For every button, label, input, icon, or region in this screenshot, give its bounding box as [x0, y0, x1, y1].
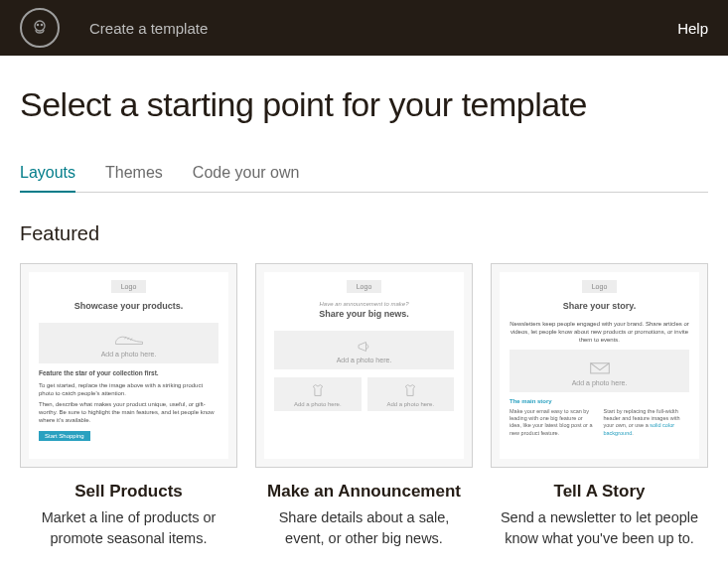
photo-placeholder: Add a photo here.: [367, 377, 455, 411]
thumb-heading: Share your big news.: [274, 309, 454, 319]
template-grid: Logo Showcase your products. Add a photo…: [20, 263, 708, 549]
tab-layouts[interactable]: Layouts: [20, 164, 75, 192]
template-card-tell-story[interactable]: Logo Share your story. Newsletters keep …: [491, 263, 708, 549]
tabs: Layouts Themes Code your own: [20, 164, 708, 193]
section-title: Featured: [20, 222, 708, 245]
mailchimp-logo-icon[interactable]: [20, 8, 60, 48]
logo-chip: Logo: [347, 280, 382, 293]
tab-code-your-own[interactable]: Code your own: [193, 164, 300, 192]
card-title: Sell Products: [20, 482, 237, 502]
tshirt-icon: [310, 383, 326, 397]
card-title: Make an Announcement: [255, 482, 473, 502]
logo-chip: Logo: [111, 280, 147, 293]
cta-chip: Start Shopping: [39, 431, 90, 441]
thumb-heading: Share your story.: [510, 301, 689, 311]
thumb-heading: Showcase your products.: [39, 301, 218, 311]
help-link[interactable]: Help: [677, 20, 708, 37]
tab-themes[interactable]: Themes: [105, 164, 163, 192]
logo-chip: Logo: [582, 280, 618, 293]
photo-placeholder: Add a photo here.: [510, 350, 689, 392]
megaphone-icon: [356, 341, 373, 353]
card-desc: Send a newsletter to let people know wha…: [491, 507, 708, 549]
envelope-icon: [589, 359, 611, 375]
shoe-icon: [114, 333, 144, 347]
template-thumb: Logo Showcase your products. Add a photo…: [20, 263, 237, 468]
topbar: Create a template Help: [0, 0, 728, 56]
card-desc: Share details about a sale, event, or ot…: [255, 507, 473, 549]
svg-point-2: [41, 24, 42, 25]
topbar-title: Create a template: [89, 20, 208, 37]
template-card-make-announcement[interactable]: Logo Have an announcement to make? Share…: [255, 263, 473, 549]
svg-point-0: [35, 21, 45, 31]
svg-point-1: [37, 24, 38, 25]
template-thumb: Logo Share your story. Newsletters keep …: [491, 263, 708, 468]
photo-placeholder: Add a photo here.: [39, 323, 218, 363]
page-title: Select a starting point for your templat…: [20, 85, 708, 124]
photo-placeholder: Add a photo here.: [274, 331, 454, 369]
template-thumb: Logo Have an announcement to make? Share…: [255, 263, 473, 468]
card-desc: Market a line of products or promote sea…: [20, 507, 237, 549]
content: Select a starting point for your templat…: [0, 56, 728, 575]
template-card-sell-products[interactable]: Logo Showcase your products. Add a photo…: [20, 263, 237, 549]
photo-placeholder: Add a photo here.: [274, 377, 362, 411]
tshirt-icon: [402, 383, 418, 397]
card-title: Tell A Story: [491, 482, 708, 502]
